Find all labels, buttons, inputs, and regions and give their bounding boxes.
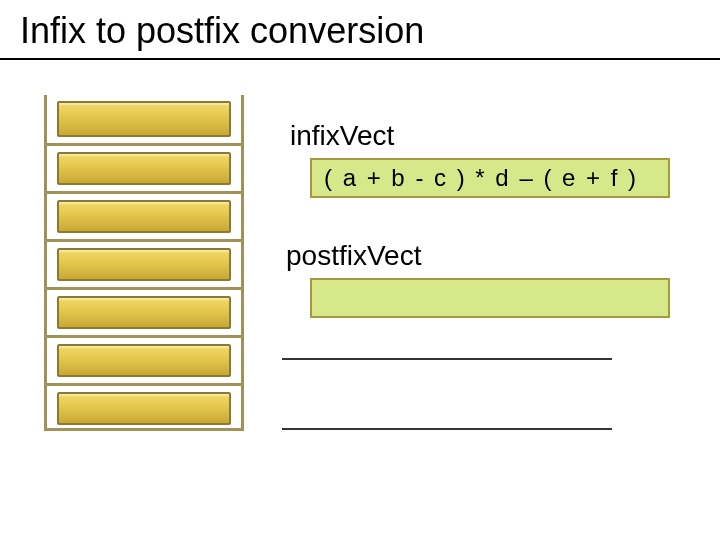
infix-label: infixVect [290,120,394,152]
stack-block [57,248,231,281]
stack-slot [47,143,241,191]
stack-slot [47,335,241,383]
stack-slot [47,95,241,143]
infix-expression: ( a + b - c ) * d – ( e + f ) [324,164,638,192]
stack-slot [47,287,241,335]
page-title: Infix to postfix conversion [20,10,424,52]
divider-line [282,428,612,430]
postfix-vect-box [310,278,670,318]
divider-line [282,358,612,360]
stack-slot [47,383,241,431]
stack-container [44,95,244,431]
stack-slot [47,191,241,239]
stack-block [57,152,231,185]
stack-block [57,344,231,377]
stack-block [57,392,231,425]
postfix-label: postfixVect [286,240,421,272]
stack-block [57,101,231,137]
stack-block [57,200,231,233]
stack-slot [47,239,241,287]
infix-vect-box: ( a + b - c ) * d – ( e + f ) [310,158,670,198]
stack-block [57,296,231,329]
title-underline [0,58,720,60]
